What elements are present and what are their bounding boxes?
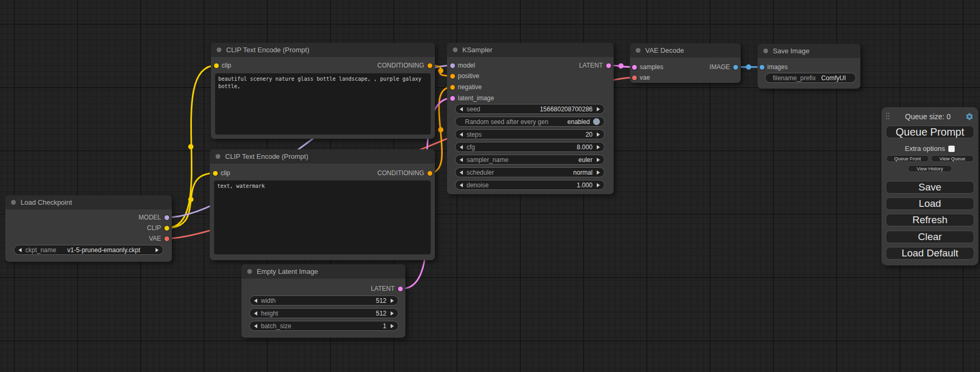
increase-arrow-icon[interactable]	[597, 158, 600, 162]
output-slot-conditioning[interactable]: CONDITIONING	[377, 61, 432, 70]
widget-width[interactable]: width 512	[249, 295, 399, 306]
input-slot-samples[interactable]: samples	[632, 63, 664, 71]
extra-options-checkbox[interactable]	[948, 146, 955, 152]
collapse-dot-icon[interactable]	[636, 48, 641, 53]
increase-arrow-icon[interactable]	[391, 299, 394, 303]
input-slot-model[interactable]: model	[450, 61, 476, 70]
widget-ckpt-name[interactable]: ckpt_name v1-5-pruned-emaonly.ckpt	[14, 245, 163, 255]
output-slot-latent[interactable]: LATENT	[371, 284, 402, 293]
link-midpoint-dot[interactable]	[438, 127, 443, 132]
negative-input-dot[interactable]	[450, 85, 455, 90]
node-title-bar[interactable]: CLIP Text Encode (Prompt)	[211, 43, 435, 57]
link-midpoint-dot[interactable]	[188, 144, 193, 149]
decrease-arrow-icon[interactable]	[460, 158, 463, 162]
decrease-arrow-icon[interactable]	[254, 299, 257, 303]
output-slot-latent[interactable]: LATENT	[579, 61, 610, 70]
images-input-dot[interactable]	[760, 65, 764, 70]
input-slot-clip[interactable]: clip	[214, 61, 231, 70]
image-output-dot[interactable]	[733, 65, 738, 70]
clip-input-dot[interactable]	[213, 171, 218, 176]
input-slot-clip[interactable]: clip	[213, 169, 230, 177]
decrease-arrow-icon[interactable]	[460, 132, 463, 137]
clear-button[interactable]: Clear	[886, 231, 974, 243]
increase-arrow-icon[interactable]	[156, 248, 159, 252]
widget-steps[interactable]: steps 20	[455, 129, 605, 139]
comfyui-canvas[interactable]: { "graph": { "nodes": { "load_checkpoint…	[0, 0, 980, 372]
output-slot-model[interactable]: MODEL	[139, 213, 169, 222]
node-title-bar[interactable]: CLIP Text Encode (Prompt)	[210, 149, 435, 164]
widget-sampler-name[interactable]: sampler_name euler	[455, 155, 605, 165]
collapse-dot-icon[interactable]	[247, 269, 252, 274]
widget-seed[interactable]: seed 156680208700286	[455, 104, 605, 114]
node-title-bar[interactable]: Load Checkpoint	[5, 195, 172, 209]
node-clip-text-encode-positive[interactable]: CLIP Text Encode (Prompt) clip CONDITION…	[211, 43, 435, 139]
collapse-dot-icon[interactable]	[453, 47, 458, 52]
input-slot-latent-image[interactable]: latent_image	[450, 94, 494, 102]
vae-output-dot[interactable]	[164, 236, 169, 241]
increase-arrow-icon[interactable]	[597, 170, 600, 175]
model-output-dot[interactable]	[164, 215, 169, 220]
widget-batch-size[interactable]: batch_size 1	[249, 321, 399, 331]
decrease-arrow-icon[interactable]	[460, 145, 463, 149]
vae-input-dot[interactable]	[632, 75, 637, 80]
refresh-button[interactable]: Refresh	[886, 214, 974, 226]
node-clip-text-encode-negative[interactable]: CLIP Text Encode (Prompt) clip CONDITION…	[210, 149, 435, 260]
link-midpoint-dot[interactable]	[188, 197, 193, 202]
decrease-arrow-icon[interactable]	[460, 107, 463, 111]
collapse-dot-icon[interactable]	[217, 47, 221, 52]
output-slot-vae[interactable]: VAE	[149, 234, 169, 243]
node-save-image[interactable]: Save Image images filename_prefix ComfyU…	[758, 44, 860, 89]
node-title-bar[interactable]: KSampler	[447, 43, 614, 57]
node-title-bar[interactable]: Empty Latent Image	[241, 264, 405, 279]
view-queue-button[interactable]: View Queue	[931, 155, 974, 162]
decrease-arrow-icon[interactable]	[18, 248, 22, 252]
link-midpoint-dot[interactable]	[438, 68, 443, 73]
latent-output-dot[interactable]	[398, 287, 403, 291]
samples-input-dot[interactable]	[632, 65, 637, 70]
load-button[interactable]: Load	[886, 197, 974, 210]
node-title-bar[interactable]: Save Image	[758, 44, 860, 58]
latent-image-input-dot[interactable]	[450, 96, 455, 101]
clip-output-dot[interactable]	[164, 226, 169, 231]
collapse-dot-icon[interactable]	[11, 200, 16, 205]
view-history-button[interactable]: View History	[908, 165, 952, 172]
increase-arrow-icon[interactable]	[597, 183, 600, 187]
decrease-arrow-icon[interactable]	[460, 170, 463, 175]
output-slot-image[interactable]: IMAGE	[710, 63, 738, 71]
queue-prompt-button[interactable]: Queue Prompt	[886, 126, 974, 138]
widget-filename-prefix[interactable]: filename_prefix ComfyUI	[765, 73, 856, 83]
toggle-icon[interactable]	[593, 118, 600, 125]
output-slot-clip[interactable]: CLIP	[147, 224, 169, 232]
input-slot-vae[interactable]: vae	[632, 73, 650, 82]
latent-output-dot[interactable]	[606, 63, 611, 68]
increase-arrow-icon[interactable]	[597, 132, 600, 137]
save-button[interactable]: Save	[886, 181, 974, 194]
node-empty-latent-image[interactable]: Empty Latent Image LATENT width 512 heig…	[241, 264, 405, 338]
output-slot-conditioning[interactable]: CONDITIONING	[377, 169, 432, 177]
prompt-textarea[interactable]: beautiful scenery nature glass bottle la…	[215, 73, 431, 135]
input-slot-images[interactable]: images	[760, 63, 788, 71]
increase-arrow-icon[interactable]	[391, 324, 394, 328]
widget-scheduler[interactable]: scheduler normal	[455, 167, 605, 177]
conditioning-output-dot[interactable]	[428, 63, 432, 68]
widget-cfg[interactable]: cfg 8.000	[455, 142, 605, 152]
decrease-arrow-icon[interactable]	[254, 324, 257, 328]
settings-gear-icon[interactable]	[965, 112, 974, 121]
link-midpoint-dot[interactable]	[618, 63, 624, 69]
decrease-arrow-icon[interactable]	[460, 183, 463, 187]
input-slot-positive[interactable]: positive	[450, 72, 480, 80]
widget-random-seed[interactable]: Random seed after every gen enabled	[455, 117, 605, 127]
node-load-checkpoint[interactable]: Load Checkpoint MODEL CLIP VAE ckpt_name…	[5, 195, 172, 262]
increase-arrow-icon[interactable]	[391, 311, 394, 316]
prompt-textarea[interactable]: text, watermark	[214, 180, 431, 254]
input-slot-negative[interactable]: negative	[450, 83, 482, 91]
increase-arrow-icon[interactable]	[597, 145, 600, 149]
drag-handle-icon[interactable]	[886, 113, 890, 121]
load-default-button[interactable]: Load Default	[886, 247, 974, 260]
widget-height[interactable]: height 512	[249, 308, 399, 318]
increase-arrow-icon[interactable]	[597, 107, 600, 111]
conditioning-output-dot[interactable]	[428, 171, 432, 176]
queue-front-button[interactable]: Queue Front	[886, 155, 929, 162]
decrease-arrow-icon[interactable]	[254, 311, 257, 316]
widget-denoise[interactable]: denoise 1.000	[455, 180, 605, 190]
